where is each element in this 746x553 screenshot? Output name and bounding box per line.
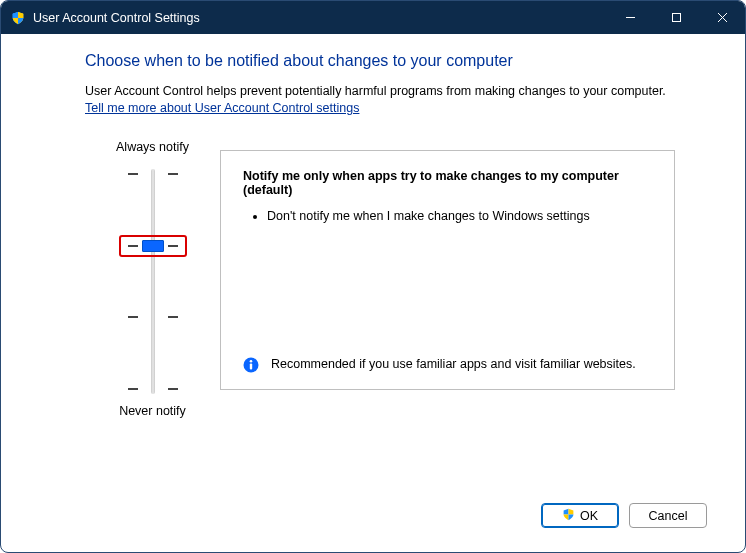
slider-label-bottom: Never notify	[119, 404, 186, 418]
panel-bullets: Don't notify me when I make changes to W…	[243, 209, 652, 223]
uac-shield-icon	[562, 508, 575, 524]
page-heading: Choose when to be notified about changes…	[85, 52, 675, 70]
notification-level-slider[interactable]	[113, 169, 193, 394]
ok-button[interactable]: OK	[541, 503, 619, 528]
slider-tick	[168, 173, 178, 175]
svg-rect-6	[250, 364, 252, 370]
recommendation-text: Recommended if you use familiar apps and…	[271, 357, 636, 371]
slider-label-top: Always notify	[116, 140, 189, 154]
slider-thumb[interactable]	[142, 240, 164, 252]
svg-rect-1	[672, 14, 680, 22]
slider-column: Always notify Never notify	[85, 140, 220, 418]
ok-button-label: OK	[580, 509, 598, 523]
panel-bullet: Don't notify me when I make changes to W…	[267, 209, 652, 223]
slider-tick	[168, 388, 178, 390]
footer: OK Cancel	[1, 503, 745, 552]
panel-title: Notify me only when apps try to make cha…	[243, 169, 652, 197]
close-button[interactable]	[699, 1, 745, 34]
uac-settings-window: User Account Control Settings Choose whe…	[0, 0, 746, 553]
learn-more-link[interactable]: Tell me more about User Account Control …	[85, 101, 359, 115]
slider-track	[151, 169, 155, 394]
window-title: User Account Control Settings	[33, 11, 200, 25]
minimize-button[interactable]	[607, 1, 653, 34]
recommendation-row: Recommended if you use familiar apps and…	[243, 357, 652, 373]
body: Choose when to be notified about changes…	[1, 34, 745, 503]
cancel-button[interactable]: Cancel	[629, 503, 707, 528]
slider-tick	[128, 316, 138, 318]
svg-point-5	[250, 360, 253, 363]
slider-tick	[168, 316, 178, 318]
window-controls	[607, 1, 745, 34]
content-row: Always notify Never notify Notify me onl…	[85, 140, 675, 418]
cancel-button-label: Cancel	[649, 509, 688, 523]
level-description-panel: Notify me only when apps try to make cha…	[220, 150, 675, 390]
slider-tick	[128, 388, 138, 390]
title-left: User Account Control Settings	[1, 11, 200, 25]
maximize-button[interactable]	[653, 1, 699, 34]
description-text: User Account Control helps prevent poten…	[85, 84, 675, 98]
titlebar: User Account Control Settings	[1, 1, 745, 34]
slider-tick	[128, 173, 138, 175]
info-icon	[243, 357, 259, 373]
uac-shield-icon	[11, 11, 25, 25]
